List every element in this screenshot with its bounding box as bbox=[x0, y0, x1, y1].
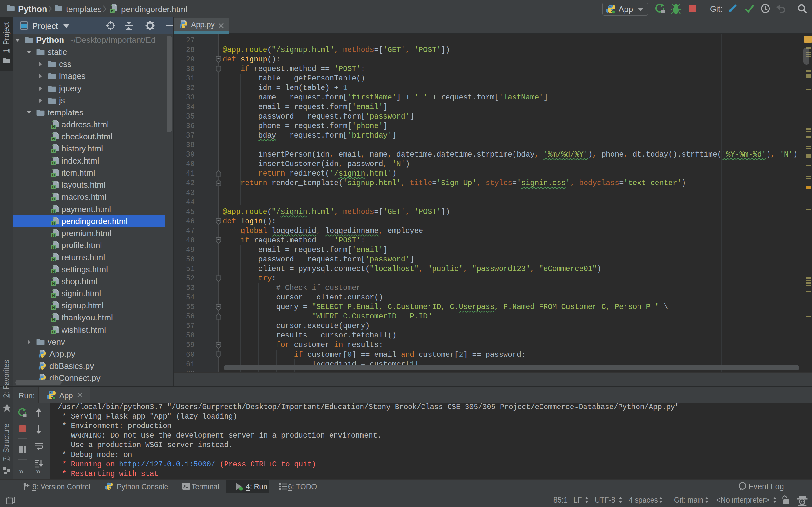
svg-text:H: H bbox=[52, 173, 55, 177]
svg-text:H: H bbox=[52, 210, 55, 213]
svg-text:H: H bbox=[52, 149, 55, 153]
svg-text:H: H bbox=[52, 270, 55, 274]
svg-text:H: H bbox=[52, 306, 55, 309]
svg-text:H: H bbox=[52, 233, 55, 237]
svg-text:H: H bbox=[52, 258, 55, 262]
svg-text:H: H bbox=[52, 125, 55, 129]
svg-text:H: H bbox=[52, 330, 55, 334]
svg-text:H: H bbox=[52, 161, 55, 165]
svg-text:H: H bbox=[52, 318, 55, 322]
svg-text:H: H bbox=[52, 294, 55, 297]
svg-text:H: H bbox=[52, 185, 55, 189]
svg-text:H: H bbox=[52, 197, 55, 201]
svg-text:H: H bbox=[111, 9, 113, 13]
svg-text:H: H bbox=[52, 245, 55, 249]
svg-text:H: H bbox=[52, 282, 55, 285]
svg-text:H: H bbox=[52, 222, 55, 225]
svg-text:H: H bbox=[52, 137, 55, 141]
